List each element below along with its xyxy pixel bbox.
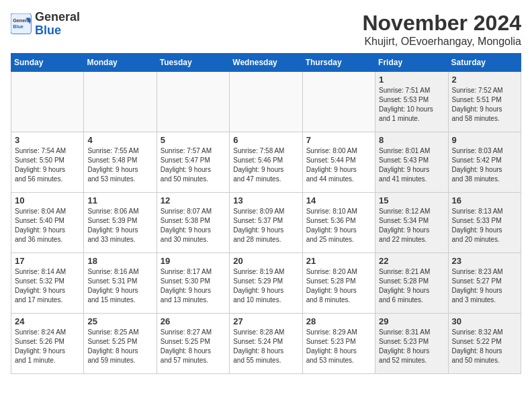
calendar-day: 10Sunrise: 8:04 AM Sunset: 5:40 PM Dayli…: [11, 193, 84, 253]
calendar-day: 24Sunrise: 8:24 AM Sunset: 5:26 PM Dayli…: [11, 314, 84, 374]
day-info: Sunrise: 8:04 AM Sunset: 5:40 PM Dayligh…: [15, 207, 80, 244]
calendar-day: 30Sunrise: 8:32 AM Sunset: 5:22 PM Dayli…: [448, 314, 521, 374]
calendar-week-3: 10Sunrise: 8:04 AM Sunset: 5:40 PM Dayli…: [11, 193, 521, 253]
day-info: Sunrise: 8:29 AM Sunset: 5:23 PM Dayligh…: [306, 328, 371, 365]
day-number: 15: [379, 195, 444, 205]
calendar-day: 11Sunrise: 8:06 AM Sunset: 5:39 PM Dayli…: [84, 193, 157, 253]
day-number: 28: [306, 316, 371, 326]
day-info: Sunrise: 8:25 AM Sunset: 5:25 PM Dayligh…: [87, 328, 152, 365]
calendar-day: 1Sunrise: 7:51 AM Sunset: 5:53 PM Daylig…: [375, 72, 448, 132]
day-info: Sunrise: 7:55 AM Sunset: 5:48 PM Dayligh…: [87, 146, 152, 184]
day-number: 18: [87, 256, 152, 266]
calendar-day: [157, 72, 229, 132]
calendar-table: SundayMondayTuesdayWednesdayThursdayFrid…: [11, 53, 521, 374]
calendar-day: [84, 72, 157, 132]
calendar-day: 16Sunrise: 8:13 AM Sunset: 5:33 PM Dayli…: [448, 193, 521, 253]
calendar-day: 20Sunrise: 8:19 AM Sunset: 5:29 PM Dayli…: [230, 253, 302, 314]
svg-text:Blue: Blue: [13, 23, 24, 29]
calendar-week-4: 17Sunrise: 8:14 AM Sunset: 5:32 PM Dayli…: [11, 253, 521, 314]
day-info: Sunrise: 8:21 AM Sunset: 5:28 PM Dayligh…: [379, 267, 444, 305]
day-info: Sunrise: 7:54 AM Sunset: 5:50 PM Dayligh…: [15, 146, 80, 184]
day-number: 4: [87, 135, 152, 145]
day-number: 29: [379, 316, 444, 326]
day-number: 23: [452, 256, 517, 266]
calendar-day: 23Sunrise: 8:23 AM Sunset: 5:27 PM Dayli…: [448, 253, 521, 314]
calendar-day: 13Sunrise: 8:09 AM Sunset: 5:37 PM Dayli…: [230, 193, 302, 253]
day-info: Sunrise: 8:06 AM Sunset: 5:39 PM Dayligh…: [87, 207, 152, 244]
day-info: Sunrise: 7:57 AM Sunset: 5:47 PM Dayligh…: [161, 146, 226, 184]
day-number: 8: [379, 135, 444, 145]
calendar-week-1: 1Sunrise: 7:51 AM Sunset: 5:53 PM Daylig…: [11, 72, 521, 132]
day-number: 9: [452, 135, 517, 145]
calendar-day: [11, 72, 84, 132]
calendar-day: 12Sunrise: 8:07 AM Sunset: 5:38 PM Dayli…: [157, 193, 229, 253]
day-info: Sunrise: 8:31 AM Sunset: 5:23 PM Dayligh…: [379, 328, 444, 365]
day-info: Sunrise: 8:07 AM Sunset: 5:38 PM Dayligh…: [161, 207, 226, 244]
weekday-header-thursday: Thursday: [302, 54, 375, 72]
day-info: Sunrise: 8:20 AM Sunset: 5:28 PM Dayligh…: [306, 267, 371, 305]
day-info: Sunrise: 8:16 AM Sunset: 5:31 PM Dayligh…: [87, 267, 152, 305]
day-info: Sunrise: 8:17 AM Sunset: 5:30 PM Dayligh…: [161, 267, 226, 305]
weekday-header-saturday: Saturday: [448, 54, 521, 72]
day-number: 25: [87, 316, 152, 326]
day-info: Sunrise: 8:09 AM Sunset: 5:37 PM Dayligh…: [233, 207, 298, 244]
calendar-day: 22Sunrise: 8:21 AM Sunset: 5:28 PM Dayli…: [375, 253, 448, 314]
calendar-day: 17Sunrise: 8:14 AM Sunset: 5:32 PM Dayli…: [11, 253, 84, 314]
day-info: Sunrise: 8:19 AM Sunset: 5:29 PM Dayligh…: [233, 267, 298, 305]
calendar-day: 18Sunrise: 8:16 AM Sunset: 5:31 PM Dayli…: [84, 253, 157, 314]
calendar-day: 21Sunrise: 8:20 AM Sunset: 5:28 PM Dayli…: [302, 253, 375, 314]
calendar-day: [302, 72, 375, 132]
day-number: 5: [161, 135, 226, 145]
calendar-day: 19Sunrise: 8:17 AM Sunset: 5:30 PM Dayli…: [157, 253, 229, 314]
day-number: 24: [15, 316, 80, 326]
day-info: Sunrise: 8:14 AM Sunset: 5:32 PM Dayligh…: [15, 267, 80, 305]
calendar-day: 8Sunrise: 8:01 AM Sunset: 5:43 PM Daylig…: [375, 132, 448, 193]
day-number: 1: [379, 75, 444, 85]
calendar-day: 4Sunrise: 7:55 AM Sunset: 5:48 PM Daylig…: [84, 132, 157, 193]
calendar-week-5: 24Sunrise: 8:24 AM Sunset: 5:26 PM Dayli…: [11, 314, 521, 374]
day-number: 6: [233, 135, 298, 145]
day-number: 27: [233, 316, 298, 326]
day-info: Sunrise: 7:52 AM Sunset: 5:51 PM Dayligh…: [452, 86, 517, 124]
calendar-day: 14Sunrise: 8:10 AM Sunset: 5:36 PM Dayli…: [302, 193, 375, 253]
day-info: Sunrise: 8:13 AM Sunset: 5:33 PM Dayligh…: [452, 207, 517, 244]
location: Khujirt, OEvoerhangay, Mongolia: [362, 36, 521, 48]
day-info: Sunrise: 8:00 AM Sunset: 5:44 PM Dayligh…: [306, 146, 371, 184]
weekday-header-wednesday: Wednesday: [230, 54, 302, 72]
calendar-day: [230, 72, 302, 132]
day-number: 26: [161, 316, 226, 326]
day-number: 19: [161, 256, 226, 266]
calendar-day: 7Sunrise: 8:00 AM Sunset: 5:44 PM Daylig…: [302, 132, 375, 193]
day-number: 22: [379, 256, 444, 266]
day-info: Sunrise: 7:58 AM Sunset: 5:46 PM Dayligh…: [233, 146, 298, 184]
page-header: General Blue General Blue November 2024 …: [11, 11, 521, 48]
title-block: November 2024 Khujirt, OEvoerhangay, Mon…: [362, 11, 521, 48]
calendar-day: 15Sunrise: 8:12 AM Sunset: 5:34 PM Dayli…: [375, 193, 448, 253]
month-title: November 2024: [362, 11, 521, 36]
day-number: 30: [452, 316, 517, 326]
day-number: 12: [161, 195, 226, 205]
day-info: Sunrise: 8:12 AM Sunset: 5:34 PM Dayligh…: [379, 207, 444, 244]
calendar-day: 27Sunrise: 8:28 AM Sunset: 5:24 PM Dayli…: [230, 314, 302, 374]
day-number: 14: [306, 195, 371, 205]
logo-icon: General Blue: [11, 13, 32, 35]
day-number: 7: [306, 135, 371, 145]
calendar-day: 28Sunrise: 8:29 AM Sunset: 5:23 PM Dayli…: [302, 314, 375, 374]
day-info: Sunrise: 8:10 AM Sunset: 5:36 PM Dayligh…: [306, 207, 371, 244]
calendar-week-2: 3Sunrise: 7:54 AM Sunset: 5:50 PM Daylig…: [11, 132, 521, 193]
day-number: 21: [306, 256, 371, 266]
day-number: 3: [15, 135, 80, 145]
day-info: Sunrise: 8:32 AM Sunset: 5:22 PM Dayligh…: [452, 328, 517, 365]
calendar-day: 26Sunrise: 8:27 AM Sunset: 5:25 PM Dayli…: [157, 314, 229, 374]
calendar-header-row: SundayMondayTuesdayWednesdayThursdayFrid…: [11, 54, 521, 72]
day-number: 16: [452, 195, 517, 205]
day-number: 10: [15, 195, 80, 205]
weekday-header-friday: Friday: [375, 54, 448, 72]
day-number: 11: [87, 195, 152, 205]
day-info: Sunrise: 8:23 AM Sunset: 5:27 PM Dayligh…: [452, 267, 517, 305]
day-info: Sunrise: 8:24 AM Sunset: 5:26 PM Dayligh…: [15, 328, 80, 365]
day-number: 2: [452, 75, 517, 85]
calendar-day: 3Sunrise: 7:54 AM Sunset: 5:50 PM Daylig…: [11, 132, 84, 193]
day-number: 13: [233, 195, 298, 205]
calendar-day: 2Sunrise: 7:52 AM Sunset: 5:51 PM Daylig…: [448, 72, 521, 132]
